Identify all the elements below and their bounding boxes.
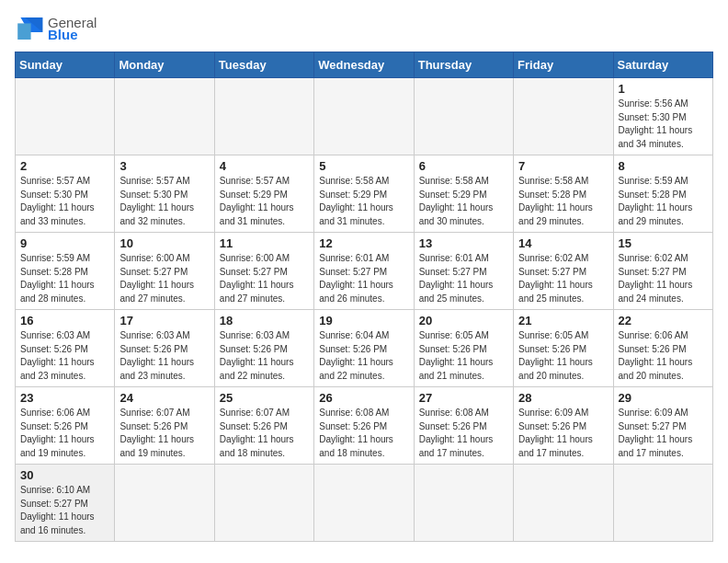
day-number: 9 [20,236,109,250]
day-info: Sunrise: 5:58 AM Sunset: 5:29 PM Dayligh… [319,175,408,228]
day-number: 19 [319,314,408,327]
calendar-header-row: SundayMondayTuesdayWednesdayThursdayFrid… [16,52,713,78]
day-number: 29 [619,391,708,405]
calendar-day-cell: 16Sunrise: 6:03 AM Sunset: 5:26 PM Dayli… [16,310,115,387]
day-number: 5 [319,159,408,173]
day-number: 25 [220,391,309,405]
calendar-day-cell: 11Sunrise: 6:00 AM Sunset: 5:27 PM Dayli… [214,233,313,310]
calendar-day-cell: 10Sunrise: 6:00 AM Sunset: 5:27 PM Dayli… [115,233,214,310]
day-number: 18 [220,314,309,327]
calendar-day-cell: 28Sunrise: 6:09 AM Sunset: 5:26 PM Dayli… [514,387,613,465]
day-info: Sunrise: 6:10 AM Sunset: 5:27 PM Dayligh… [20,484,109,537]
calendar-day-cell: 27Sunrise: 6:08 AM Sunset: 5:26 PM Dayli… [414,387,513,465]
day-info: Sunrise: 6:05 AM Sunset: 5:26 PM Dayligh… [419,329,508,383]
calendar-day-cell: 24Sunrise: 6:07 AM Sunset: 5:26 PM Dayli… [115,387,214,465]
calendar-day-cell: 17Sunrise: 6:03 AM Sunset: 5:26 PM Dayli… [115,310,214,387]
day-of-week-header: Sunday [16,52,115,78]
calendar-day-cell [414,465,513,542]
calendar-day-cell [514,78,613,155]
day-number: 1 [619,82,708,96]
day-number: 27 [419,391,508,405]
calendar-day-cell: 9Sunrise: 5:59 AM Sunset: 5:28 PM Daylig… [16,233,115,310]
calendar-week-row: 16Sunrise: 6:03 AM Sunset: 5:26 PM Dayli… [16,310,713,387]
day-number: 11 [220,236,309,250]
day-number: 12 [319,236,408,250]
day-info: Sunrise: 6:01 AM Sunset: 5:27 PM Dayligh… [419,252,508,305]
calendar-day-cell: 3Sunrise: 5:57 AM Sunset: 5:30 PM Daylig… [115,155,214,233]
calendar-day-cell: 12Sunrise: 6:01 AM Sunset: 5:27 PM Dayli… [314,233,414,310]
calendar-day-cell: 20Sunrise: 6:05 AM Sunset: 5:26 PM Dayli… [414,310,513,387]
day-info: Sunrise: 6:06 AM Sunset: 5:26 PM Dayligh… [20,407,109,460]
day-number: 16 [20,314,109,327]
day-info: Sunrise: 6:00 AM Sunset: 5:27 PM Dayligh… [119,252,209,305]
calendar-day-cell [214,78,313,155]
calendar-day-cell: 19Sunrise: 6:04 AM Sunset: 5:26 PM Dayli… [314,310,414,387]
day-number: 13 [419,236,508,250]
calendar-day-cell: 26Sunrise: 6:08 AM Sunset: 5:26 PM Dayli… [314,387,414,465]
calendar-day-cell: 7Sunrise: 5:58 AM Sunset: 5:28 PM Daylig… [514,155,613,233]
logo-text: General Blue [48,15,97,42]
day-of-week-header: Wednesday [314,52,414,78]
day-info: Sunrise: 6:03 AM Sunset: 5:26 PM Dayligh… [119,329,209,383]
calendar-day-cell: 4Sunrise: 5:57 AM Sunset: 5:29 PM Daylig… [214,155,313,233]
calendar-day-cell: 25Sunrise: 6:07 AM Sunset: 5:26 PM Dayli… [214,387,313,465]
day-of-week-header: Monday [115,52,214,78]
calendar-day-cell: 14Sunrise: 6:02 AM Sunset: 5:27 PM Dayli… [514,233,613,310]
calendar-day-cell: 15Sunrise: 6:02 AM Sunset: 5:27 PM Dayli… [613,233,712,310]
calendar-day-cell: 21Sunrise: 6:05 AM Sunset: 5:26 PM Dayli… [514,310,613,387]
calendar-day-cell: 13Sunrise: 6:01 AM Sunset: 5:27 PM Dayli… [414,233,513,310]
day-of-week-header: Tuesday [214,52,313,78]
day-info: Sunrise: 5:57 AM Sunset: 5:30 PM Dayligh… [119,175,209,228]
calendar-day-cell [16,78,115,155]
day-info: Sunrise: 5:59 AM Sunset: 5:28 PM Dayligh… [20,252,109,305]
day-number: 22 [619,314,708,327]
calendar-day-cell [115,465,214,542]
calendar-day-cell: 30Sunrise: 6:10 AM Sunset: 5:27 PM Dayli… [16,465,115,542]
calendar-table: SundayMondayTuesdayWednesdayThursdayFrid… [15,52,713,542]
day-of-week-header: Thursday [414,52,513,78]
day-info: Sunrise: 5:58 AM Sunset: 5:28 PM Dayligh… [518,175,608,228]
day-number: 2 [20,159,109,173]
day-info: Sunrise: 6:09 AM Sunset: 5:26 PM Dayligh… [518,407,608,460]
calendar-day-cell: 18Sunrise: 6:03 AM Sunset: 5:26 PM Dayli… [214,310,313,387]
calendar-day-cell [613,465,712,542]
day-number: 21 [518,314,608,327]
day-info: Sunrise: 6:07 AM Sunset: 5:26 PM Dayligh… [119,407,209,460]
calendar-week-row: 30Sunrise: 6:10 AM Sunset: 5:27 PM Dayli… [16,465,713,542]
calendar-week-row: 9Sunrise: 5:59 AM Sunset: 5:28 PM Daylig… [16,233,713,310]
day-info: Sunrise: 6:00 AM Sunset: 5:27 PM Dayligh… [220,252,309,305]
calendar-day-cell [115,78,214,155]
calendar-day-cell: 6Sunrise: 5:58 AM Sunset: 5:29 PM Daylig… [414,155,513,233]
calendar-day-cell: 2Sunrise: 5:57 AM Sunset: 5:30 PM Daylig… [16,155,115,233]
calendar-day-cell: 23Sunrise: 6:06 AM Sunset: 5:26 PM Dayli… [16,387,115,465]
calendar-day-cell: 22Sunrise: 6:06 AM Sunset: 5:26 PM Dayli… [613,310,712,387]
day-info: Sunrise: 6:03 AM Sunset: 5:26 PM Dayligh… [20,329,109,383]
day-info: Sunrise: 6:05 AM Sunset: 5:26 PM Dayligh… [518,329,608,383]
day-number: 20 [419,314,508,327]
day-number: 4 [220,159,309,173]
calendar-day-cell: 8Sunrise: 5:59 AM Sunset: 5:28 PM Daylig… [613,155,712,233]
svg-marker-1 [17,23,30,40]
calendar-day-cell [214,465,313,542]
calendar-day-cell [414,78,513,155]
page-header: General Blue [15,15,713,42]
calendar-day-cell: 29Sunrise: 6:09 AM Sunset: 5:27 PM Dayli… [613,387,712,465]
day-number: 8 [619,159,708,173]
calendar-week-row: 23Sunrise: 6:06 AM Sunset: 5:26 PM Dayli… [16,387,713,465]
day-info: Sunrise: 6:09 AM Sunset: 5:27 PM Dayligh… [619,407,708,460]
calendar-day-cell: 5Sunrise: 5:58 AM Sunset: 5:29 PM Daylig… [314,155,414,233]
day-info: Sunrise: 6:01 AM Sunset: 5:27 PM Dayligh… [319,252,408,305]
day-number: 28 [518,391,608,405]
day-info: Sunrise: 5:59 AM Sunset: 5:28 PM Dayligh… [619,175,708,228]
day-info: Sunrise: 6:04 AM Sunset: 5:26 PM Dayligh… [319,329,408,383]
day-info: Sunrise: 6:08 AM Sunset: 5:26 PM Dayligh… [319,407,408,460]
day-number: 30 [20,468,109,482]
day-number: 7 [518,159,608,173]
day-info: Sunrise: 5:58 AM Sunset: 5:29 PM Dayligh… [419,175,508,228]
day-info: Sunrise: 5:56 AM Sunset: 5:30 PM Dayligh… [619,98,708,151]
day-number: 6 [419,159,508,173]
day-info: Sunrise: 6:02 AM Sunset: 5:27 PM Dayligh… [518,252,608,305]
day-info: Sunrise: 6:07 AM Sunset: 5:26 PM Dayligh… [220,407,309,460]
day-number: 26 [319,391,408,405]
calendar-day-cell [314,465,414,542]
